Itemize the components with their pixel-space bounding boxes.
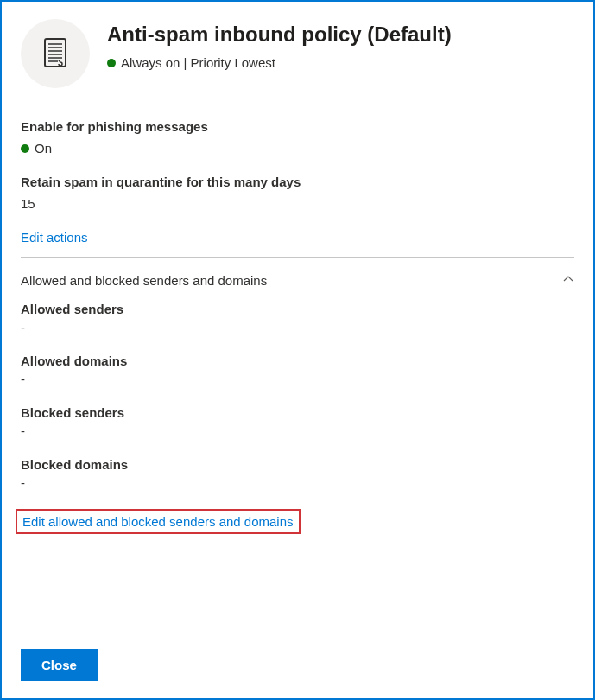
blocked-domains-value: - [21,475,574,490]
policy-icon-circle [21,19,90,88]
field-blocked-senders: Blocked senders - [21,405,574,438]
blocked-domains-label: Blocked domains [21,457,574,472]
phishing-value-text: On [35,141,52,156]
blocked-senders-label: Blocked senders [21,405,574,420]
phishing-label: Enable for phishing messages [21,119,574,134]
status-text: Always on | Priority Lowest [121,55,275,70]
edit-actions-link[interactable]: Edit actions [21,230,88,245]
svg-rect-0 [45,39,66,67]
edit-allowed-blocked-link[interactable]: Edit allowed and blocked senders and dom… [16,509,301,534]
title-block: Anti-spam inbound policy (Default) Alway… [107,19,452,70]
phishing-value: On [21,141,574,156]
field-phishing: Enable for phishing messages On [21,119,574,156]
allowed-domains-value: - [21,372,574,386]
status-dot-icon [107,59,116,67]
allowed-domains-label: Allowed domains [21,353,574,368]
field-blocked-domains: Blocked domains - [21,457,574,490]
policy-document-icon [39,36,72,72]
edit-allowed-blocked-wrap: Edit allowed and blocked senders and dom… [21,509,574,534]
section-title: Allowed and blocked senders and domains [21,273,267,288]
field-allowed-senders: Allowed senders - [21,302,574,334]
retain-label: Retain spam in quarantine for this many … [21,175,574,189]
field-allowed-domains: Allowed domains - [21,353,574,386]
blocked-senders-value: - [21,423,574,438]
panel-footer: Close [21,649,98,681]
policy-panel: Anti-spam inbound policy (Default) Alway… [0,0,595,700]
chevron-up-icon [562,273,574,288]
retain-value: 15 [21,196,574,211]
allowed-senders-value: - [21,320,574,334]
on-dot-icon [21,144,29,153]
close-button[interactable]: Close [21,649,98,681]
field-retain: Retain spam in quarantine for this many … [21,175,574,211]
section-header-allowed-blocked[interactable]: Allowed and blocked senders and domains [21,258,574,302]
status-line: Always on | Priority Lowest [107,55,452,70]
section-body: Allowed senders - Allowed domains - Bloc… [21,302,574,490]
allowed-senders-label: Allowed senders [21,302,574,316]
panel-title: Anti-spam inbound policy (Default) [107,22,452,47]
panel-header: Anti-spam inbound policy (Default) Alway… [21,19,574,88]
